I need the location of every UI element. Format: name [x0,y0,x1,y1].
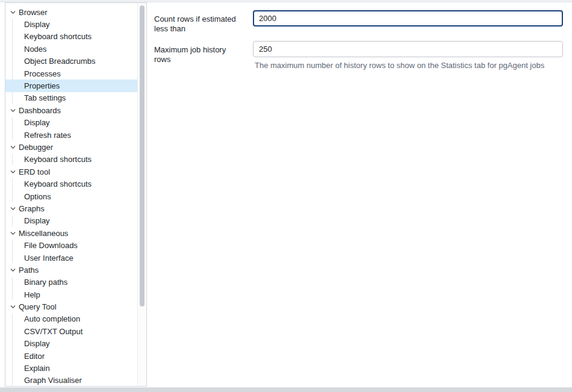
tree-group-children-graphs: Display [5,215,137,227]
tree-group-label: Query Tool [19,302,57,311]
chevron-down-icon[interactable] [8,167,17,176]
sidebar-item-paths-binary-paths[interactable]: Binary paths [5,276,137,288]
field-max-job-history: Maximum job history rows The maximum num… [154,41,563,70]
tree-group-label: Dashboards [19,106,61,115]
sidebar-item-query-tool-auto-completion[interactable]: Auto completion [5,313,137,325]
sidebar-item-browser-object-breadcrumbs[interactable]: Object Breadcrumbs [5,55,137,67]
tree-item-label: Display [24,20,50,29]
sidebar-item-query-tool-graph-visualiser[interactable]: Graph Visualiser [5,375,137,387]
tree-item-label: Display [24,216,50,225]
sidebar-scrollbar-thumb[interactable] [140,5,145,306]
tree-item-label: Keyboard shortcuts [24,155,92,164]
tree-group-paths[interactable]: Paths [5,264,137,276]
sidebar-scrollbar[interactable] [137,3,146,386]
tree-item-label: Editor [24,352,45,361]
preferences-content: Count rows if estimated less than Maximu… [147,2,572,387]
tree-group-erd-tool[interactable]: ERD tool [5,166,137,178]
tree-item-label: Object Breadcrumbs [24,57,96,66]
dialog-body: BrowserDisplayKeyboard shortcutsNodesObj… [0,2,572,387]
tree-group-label: Debugger [19,143,53,152]
tree-item-label: Tab settings [24,93,66,102]
sidebar-item-browser-properties[interactable]: Properties [5,79,137,92]
tree-group-dashboards[interactable]: Dashboards [5,104,137,116]
chevron-down-icon[interactable] [8,204,17,213]
sidebar-item-dashboards-refresh-rates[interactable]: Refresh rates [5,129,137,141]
dialog-bottom-edge [0,387,572,392]
tree-item-label: Graph Visualiser [24,376,82,385]
sidebar-item-erd-tool-keyboard-shortcuts[interactable]: Keyboard shortcuts [5,178,137,190]
count-rows-input[interactable] [253,10,563,26]
tree-item-label: Keyboard shortcuts [24,179,92,188]
sidebar-item-query-tool-editor[interactable]: Editor [5,350,137,362]
tree-item-label: Binary paths [24,278,67,287]
sidebar-item-graphs-display[interactable]: Display [5,215,137,227]
tree-group-label: Miscellaneous [19,229,68,238]
sidebar-item-query-tool-explain[interactable]: Explain [5,362,137,374]
tree-item-label: Keyboard shortcuts [24,32,92,41]
tree-item-label: User Interface [24,254,73,263]
sidebar-item-query-tool-display[interactable]: Display [5,338,137,350]
sidebar-item-browser-display[interactable]: Display [5,18,137,30]
preferences-dialog: BrowserDisplayKeyboard shortcutsNodesObj… [0,0,572,392]
sidebar-item-browser-processes[interactable]: Processes [5,67,137,79]
tree-item-label: Options [24,192,51,201]
chevron-down-icon[interactable] [8,228,17,238]
max-job-history-label: Maximum job history rows [154,41,244,64]
sidebar-item-browser-nodes[interactable]: Nodes [5,43,137,55]
tree-item-label: Nodes [24,45,47,54]
chevron-down-icon[interactable] [8,142,17,152]
sidebar-item-query-tool-csv-txt-output[interactable]: CSV/TXT Output [5,325,137,337]
chevron-down-icon[interactable] [8,302,17,312]
tree-group-label: Browser [19,8,48,17]
tree-group-children-query-tool: Auto completionCSV/TXT OutputDisplayEdit… [5,313,137,387]
sidebar-item-debugger-keyboard-shortcuts[interactable]: Keyboard shortcuts [5,154,137,166]
chevron-down-icon[interactable] [8,265,17,275]
sidebar-item-erd-tool-options[interactable]: Options [5,190,137,202]
tree-item-label: Explain [24,364,50,373]
max-job-history-help: The maximum number of history rows to sh… [253,61,563,70]
tree-group-children-dashboards: DisplayRefresh rates [5,117,137,142]
sidebar-item-browser-keyboard-shortcuts[interactable]: Keyboard shortcuts [5,31,137,43]
tree-group-label: Graphs [19,204,45,213]
tree-item-label: Auto completion [24,314,80,323]
tree-item-label: Processes [24,69,61,78]
tree-item-label: Properties [24,81,60,90]
tree-group-children-erd-tool: Keyboard shortcutsOptions [5,178,137,202]
tree-group-children-debugger: Keyboard shortcuts [5,154,137,166]
tree-group-debugger[interactable]: Debugger [5,141,137,153]
tree-group-query-tool[interactable]: Query Tool [5,300,137,313]
tree-item-label: Display [24,118,50,127]
tree-item-label: Display [24,339,50,348]
sidebar-item-miscellaneous-user-interface[interactable]: User Interface [5,252,137,264]
sidebar-item-miscellaneous-file-downloads[interactable]: File Downloads [5,239,137,251]
tree-group-children-paths: Binary pathsHelp [5,276,137,301]
sidebar-item-paths-help[interactable]: Help [5,288,137,300]
tree-group-label: Paths [19,266,39,275]
field-count-rows: Count rows if estimated less than [154,10,563,34]
count-rows-control [253,10,563,26]
tree-group-children-browser: DisplayKeyboard shortcutsNodesObject Bre… [5,18,137,104]
preferences-tree: BrowserDisplayKeyboard shortcutsNodesObj… [5,3,137,387]
tree-group-graphs[interactable]: Graphs [5,202,137,214]
tree-group-label: ERD tool [19,167,50,176]
tree-group-children-miscellaneous: File DownloadsUser Interface [5,239,137,264]
count-rows-label: Count rows if estimated less than [154,10,244,34]
max-job-history-input[interactable] [253,41,563,57]
tree-item-label: File Downloads [24,241,78,250]
tree-item-label: Help [24,290,40,299]
tree-group-browser[interactable]: Browser [5,6,137,18]
tree-group-miscellaneous[interactable]: Miscellaneous [5,227,137,239]
sidebar-item-dashboards-display[interactable]: Display [5,117,137,129]
chevron-down-icon[interactable] [8,7,17,17]
tree-item-label: CSV/TXT Output [24,327,82,336]
preferences-sidebar: BrowserDisplayKeyboard shortcutsNodesObj… [5,2,147,387]
sidebar-item-browser-tab-settings[interactable]: Tab settings [5,92,137,104]
tree-item-label: Refresh rates [24,131,71,140]
max-job-history-control: The maximum number of history rows to sh… [253,41,563,70]
chevron-down-icon[interactable] [8,105,17,115]
